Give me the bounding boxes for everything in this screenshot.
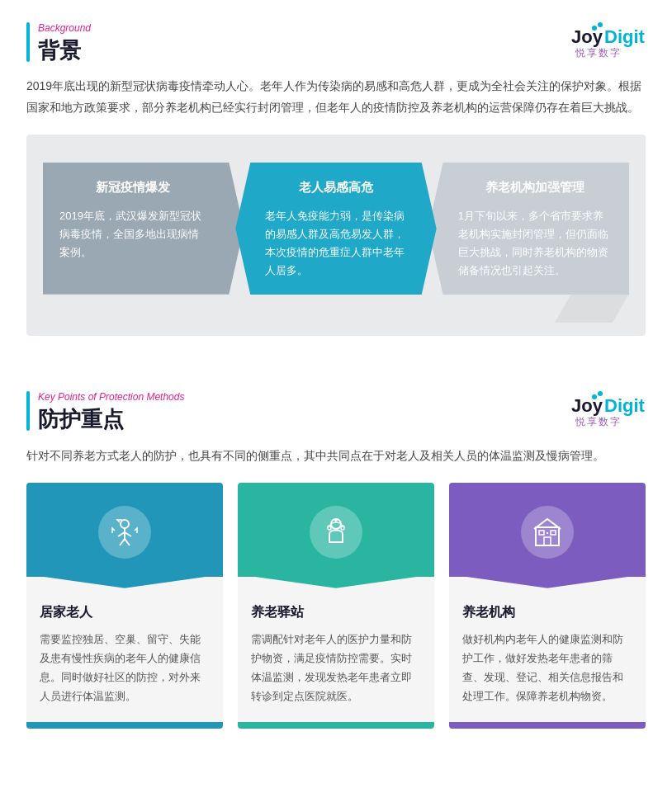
section1-titles: Background 背景 — [38, 21, 91, 64]
prot-card-1-desc: 需要监控独居、空巢、留守、失能及患有慢性疾病的老年人的健康信息。同时做好社区的防… — [40, 630, 210, 706]
section1-label-en: Background — [38, 21, 91, 36]
logo-icon: Joy Digit 悦享数字 — [571, 20, 646, 59]
prot-card-1-body: 居家老人 需要监控独居、空巢、留守、失能及患有慢性疾病的老年人的健康信息。同时做… — [26, 577, 223, 723]
background-section: Background 背景 Joy Digit 悦享数字 2019年底出现的新型… — [0, 0, 672, 361]
card1-title: 新冠疫情爆发 — [59, 177, 214, 197]
svg-text:Joy: Joy — [571, 395, 603, 416]
prot-card-1: 居家老人 需要监控独居、空巢、留守、失能及患有慢性疾病的老年人的健康信息。同时做… — [26, 483, 223, 729]
prot-card-1-footer — [26, 722, 223, 729]
prot-card-1-icon-circle — [98, 506, 151, 559]
svg-rect-21 — [341, 526, 344, 530]
prot-card-2-name: 养老驿站 — [251, 602, 421, 623]
prot-card-3-icon-circle — [521, 506, 574, 559]
card3-body: 1月下旬以来，多个省市要求养老机构实施封闭管理，但仍面临巨大挑战，同时养老机构的… — [458, 207, 613, 280]
prot-card-3-footer — [449, 722, 646, 729]
svg-line-15 — [120, 539, 125, 545]
protection-section: Key Points of Protection Methods 防护重点 Jo… — [0, 369, 672, 753]
svg-line-16 — [125, 539, 130, 545]
prot-card-2-footer — [238, 722, 434, 729]
card3-title: 养老机构加强管理 — [458, 177, 613, 197]
svg-text:Digit: Digit — [604, 26, 646, 47]
svg-text:Digit: Digit — [604, 395, 646, 416]
svg-text:Joy: Joy — [571, 26, 603, 47]
card2-body: 老年人免疫能力弱，是传染病的易感人群及高危易发人群，本次疫情的危重症人群中老年人… — [265, 207, 406, 280]
logo-icon-2: Joy Digit 悦享数字 — [571, 389, 646, 428]
section2-titles: Key Points of Protection Methods 防护重点 — [38, 389, 184, 432]
prot-card-3-header — [449, 483, 646, 577]
prot-card-1-name: 居家老人 — [40, 602, 210, 623]
svg-point-9 — [598, 391, 603, 396]
svg-point-2 — [592, 26, 597, 31]
arrow-cards-container: 新冠疫情爆发 2019年底，武汉爆发新型冠状病毒疫情，全国多地出现病情案例。 老… — [43, 163, 629, 295]
section1-title-zh: 背景 — [38, 38, 91, 64]
card1-body: 2019年底，武汉爆发新型冠状病毒疫情，全国多地出现病情案例。 — [59, 207, 214, 262]
logo-section1: Joy Digit 悦享数字 — [571, 20, 646, 64]
section2-header-row: Key Points of Protection Methods 防护重点 Jo… — [26, 389, 646, 433]
prot-card-2-body: 养老驿站 需调配针对老年人的医护力量和防护物资，满足疫情防控需要。实时体温监测，… — [238, 577, 434, 723]
prot-card-2-desc: 需调配针对老年人的医护力量和防护物资，满足疫情防控需要。实时体温监测，发现发热老… — [251, 630, 421, 706]
svg-point-8 — [592, 394, 597, 399]
svg-line-13 — [118, 532, 125, 536]
svg-rect-23 — [539, 531, 544, 535]
protection-cards-container: 居家老人 需要监控独居、空巢、留守、失能及患有慢性疾病的老年人的健康信息。同时做… — [26, 483, 646, 729]
svg-text:悦享数字: 悦享数字 — [575, 47, 622, 59]
section1-accent-bar — [26, 22, 30, 62]
arrow-card-1: 新冠疫情爆发 2019年底，武汉爆发新型冠状病毒疫情，全国多地出现病情案例。 — [43, 163, 244, 295]
logo-section2: Joy Digit 悦享数字 — [571, 389, 646, 433]
section2-label-left: Key Points of Protection Methods 防护重点 — [26, 389, 184, 432]
section2-title-zh: 防护重点 — [38, 407, 184, 432]
person-icon — [108, 516, 141, 549]
prot-card-3: 养老机构 做好机构内老年人的健康监测和防护工作，做好发热老年患者的筛查、发现、登… — [449, 483, 646, 729]
building-icon — [531, 516, 564, 549]
svg-point-11 — [121, 520, 129, 528]
section1-body: 2019年底出现的新型冠状病毒疫情牵动人心。老年人作为传染病的易感和高危人群，更… — [26, 76, 646, 117]
svg-line-14 — [125, 532, 131, 536]
prot-card-3-body: 养老机构 做好机构内老年人的健康监测和防护工作，做好发热老年患者的筛查、发现、登… — [449, 577, 646, 723]
prot-card-1-header — [26, 483, 223, 577]
svg-rect-25 — [544, 537, 551, 545]
prot-card-3-name: 养老机构 — [462, 602, 632, 623]
section2-accent-bar — [26, 391, 30, 431]
section1-label-left: Background 背景 — [26, 21, 91, 64]
section1-header-row: Background 背景 Joy Digit 悦享数字 — [26, 20, 646, 64]
prot-card-3-desc: 做好机构内老年人的健康监测和防护工作，做好发热老年患者的筛查、发现、登记、相关信… — [462, 630, 632, 706]
section2-body: 针对不同养老方式老人的防护，也具有不同的侧重点，其中共同点在于对老人及相关人员的… — [26, 446, 646, 466]
section2-label-en: Key Points of Protection Methods — [38, 389, 184, 405]
prot-card-2-icon-circle — [310, 506, 362, 559]
svg-rect-24 — [551, 531, 556, 535]
prot-card-2-header — [238, 483, 434, 577]
arrow-card-2: 老人易感高危 老年人免疫能力弱，是传染病的易感人群及高危易发人群，本次疫情的危重… — [235, 163, 436, 295]
svg-point-3 — [598, 22, 603, 27]
card2-title: 老人易感高危 — [265, 177, 406, 197]
arrow-card-3: 养老机构加强管理 1月下旬以来，多个省市要求养老机构实施封闭管理，但仍面临巨大挑… — [428, 163, 629, 295]
nurse-icon — [319, 516, 353, 549]
prot-card-2: 养老驿站 需调配针对老年人的医护力量和防护物资，满足疫情防控需要。实时体温监测，… — [238, 483, 434, 729]
svg-rect-20 — [328, 526, 331, 530]
svg-text:悦享数字: 悦享数字 — [575, 416, 622, 427]
